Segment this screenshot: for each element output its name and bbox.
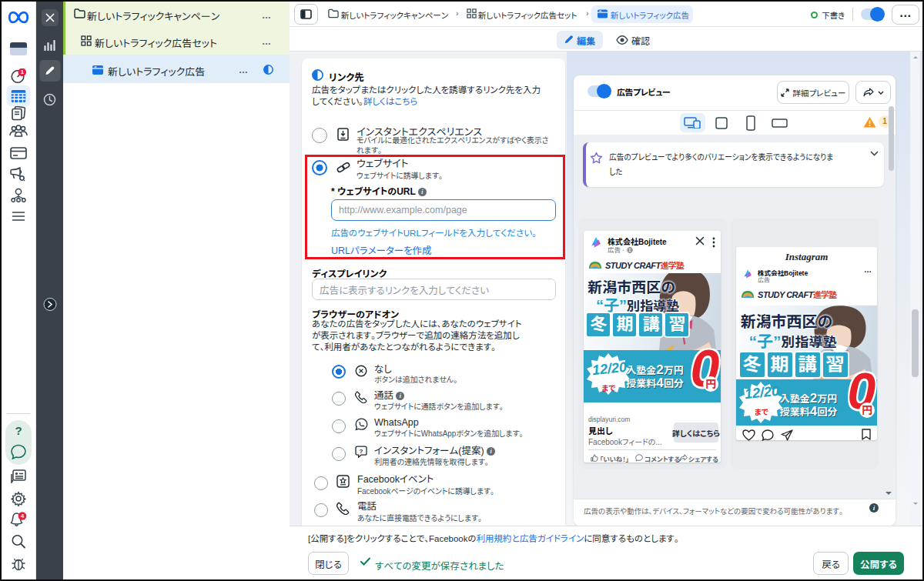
svg-text:4: 4: [21, 513, 25, 519]
svg-text:?: ?: [360, 448, 363, 455]
